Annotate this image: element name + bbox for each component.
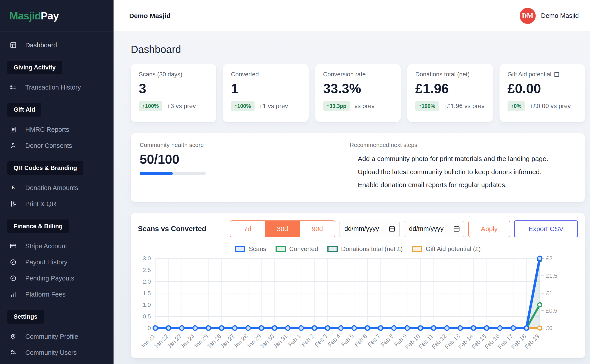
stat-delta: +3 vs prev [167, 103, 196, 110]
trend-badge: ↑33.3pp [323, 101, 350, 111]
sidebar-item-donation-amounts[interactable]: £Donation Amounts [7, 180, 109, 196]
svg-text:£0: £0 [546, 325, 552, 332]
top-header: Demo Masjid DM Demo Masjid [113, 0, 590, 32]
svg-text:Feb 17: Feb 17 [497, 333, 514, 350]
sidebar-item-platform-fees[interactable]: Platform Fees [7, 286, 109, 302]
user-menu[interactable]: DM Demo Masjid [520, 8, 579, 24]
legend-swatch [276, 246, 286, 252]
sidebar-item-label: HMRC Reports [25, 126, 69, 133]
svg-text:Feb 16: Feb 16 [484, 333, 501, 350]
avatar[interactable]: DM [520, 8, 536, 24]
sidebar-item-label: Payout History [25, 259, 67, 266]
stat-value: 3 [139, 82, 208, 96]
range-button-90d[interactable]: 90d [300, 221, 335, 237]
next-steps-list: Add a community photo for print material… [350, 154, 548, 190]
svg-text:Jan 26: Jan 26 [206, 333, 222, 350]
chart-controls: 7d30d90d Apply Export CSV [230, 221, 578, 237]
stat-value: 33.3% [323, 82, 393, 96]
sidebar-item-stripe-account[interactable]: Stripe Account [7, 238, 109, 254]
sidebar-nav: DashboardGiving ActivityTransaction Hist… [0, 32, 113, 361]
sidebar-item-print-qr[interactable]: Print & QR [7, 196, 109, 212]
legend-item-donations-total-net[interactable]: Donations total (net £) [327, 245, 403, 253]
svg-text:Jan 21: Jan 21 [139, 333, 156, 350]
next-steps-title: Recommended next steps [350, 142, 548, 149]
stat-label: Converted [231, 71, 300, 78]
clock-icon [10, 275, 17, 282]
svg-text:Feb 15: Feb 15 [470, 333, 488, 350]
next-step-item: Enable donation email reports for regula… [358, 181, 548, 190]
svg-text:Jan 24: Jan 24 [179, 333, 196, 350]
sidebar-item-community-users[interactable]: Community Users [7, 344, 109, 361]
sidebar: MasjidPay DashboardGiving ActivityTransa… [0, 0, 113, 364]
svg-text:Feb 1: Feb 1 [287, 333, 302, 348]
svg-text:Jan 22: Jan 22 [152, 333, 169, 350]
pound-icon: £ [10, 184, 17, 191]
svg-text:£2: £2 [546, 255, 552, 262]
svg-text:£1.5: £1.5 [546, 273, 557, 279]
calendar-icon[interactable] [453, 225, 460, 233]
sidebar-item-label: Stripe Account [25, 242, 67, 250]
svg-text:Jan 27: Jan 27 [219, 333, 236, 350]
page-content: Dashboard Scans (30 days)3↑100%+3 vs pre… [113, 32, 590, 364]
health-score-block: Community health score 50/100 [140, 142, 350, 194]
stat-delta: vs prev [354, 103, 375, 110]
legend-swatch [235, 246, 245, 252]
stat-value: £1.96 [415, 82, 485, 96]
bar-chart-icon [10, 291, 17, 298]
health-progress-track [140, 172, 206, 175]
sidebar-item-pending-payouts[interactable]: Pending Payouts [7, 270, 109, 286]
stat-delta: +1 vs prev [259, 103, 288, 110]
legend-item-gift-aid-potential[interactable]: Gift Aid potential (£) [412, 245, 481, 253]
sidebar-item-label: Community Users [25, 349, 77, 356]
calendar-icon[interactable] [388, 225, 396, 233]
next-step-item: Upload the latest community bulletin to … [358, 168, 548, 177]
date-from-wrap [339, 221, 400, 237]
sidebar-section-gift-aid: Gift Aid [7, 103, 41, 117]
stat-card-gift-aid-potential: Gift Aid potential £0.00↑0%+£0.00 vs pre… [499, 64, 585, 122]
sidebar-item-label: Pending Payouts [25, 275, 74, 282]
svg-text:Feb 18: Feb 18 [510, 333, 527, 350]
range-button-30d[interactable]: 30d [265, 221, 300, 237]
app-logo: MasjidPay [0, 0, 113, 32]
document-icon [10, 126, 17, 133]
legend-label: Donations total (net £) [341, 245, 403, 253]
range-button-7d[interactable]: 7d [230, 221, 265, 237]
legend-item-scans[interactable]: Scans [235, 245, 266, 253]
next-step-item: Add a community photo for print material… [358, 154, 548, 163]
info-icon[interactable] [555, 72, 559, 77]
chart-title: Scans vs Converted [138, 225, 206, 233]
legend-label: Gift Aid potential (£) [426, 245, 481, 253]
sidebar-item-donor-consents[interactable]: Donor Consents [7, 137, 109, 154]
svg-text:Jan 30: Jan 30 [259, 333, 276, 350]
sidebar-item-hmrc-reports[interactable]: HMRC Reports [7, 122, 109, 137]
range-button-group: 7d30d90d [230, 221, 335, 237]
svg-text:Feb 7: Feb 7 [366, 333, 382, 348]
apply-button[interactable]: Apply [468, 221, 510, 237]
svg-text:Feb 2: Feb 2 [300, 333, 315, 348]
sidebar-item-dashboard[interactable]: Dashboard [7, 37, 109, 53]
stat-label: Donations total (net) [415, 71, 485, 78]
grid-icon [10, 42, 17, 49]
stat-card-converted: Converted1↑100%+1 vs prev [223, 64, 308, 122]
sidebar-section-finance-billing: Finance & Billing [7, 220, 69, 233]
svg-text:2.5: 2.5 [143, 267, 151, 273]
svg-text:0.5: 0.5 [143, 313, 151, 320]
sidebar-item-transaction-history[interactable]: Transaction History [7, 79, 109, 95]
community-health-card: Community health score 50/100 Recommende… [131, 133, 585, 202]
chart-card: Scans vs Converted 7d30d90d [131, 213, 585, 358]
sidebar-item-community-profile[interactable]: Community Profile [7, 329, 109, 344]
clock-icon [10, 259, 17, 266]
logo-part-masjid: Masjid [9, 10, 41, 22]
sidebar-item-label: Dashboard [25, 42, 57, 49]
trend-badge: ↑100% [415, 101, 439, 111]
sidebar-item-label: Platform Fees [25, 291, 66, 298]
export-csv-button[interactable]: Export CSV [514, 221, 578, 237]
list-icon [10, 84, 17, 91]
sidebar-item-payout-history[interactable]: Payout History [7, 254, 109, 270]
chart-legend: ScansConvertedDonations total (net £)Gif… [138, 245, 578, 253]
svg-text:Feb 5: Feb 5 [340, 333, 355, 348]
stat-label: Conversion rate [323, 71, 393, 78]
svg-text:2.0: 2.0 [143, 278, 151, 285]
trend-badge: ↑0% [508, 101, 525, 111]
legend-item-converted[interactable]: Converted [276, 245, 318, 253]
